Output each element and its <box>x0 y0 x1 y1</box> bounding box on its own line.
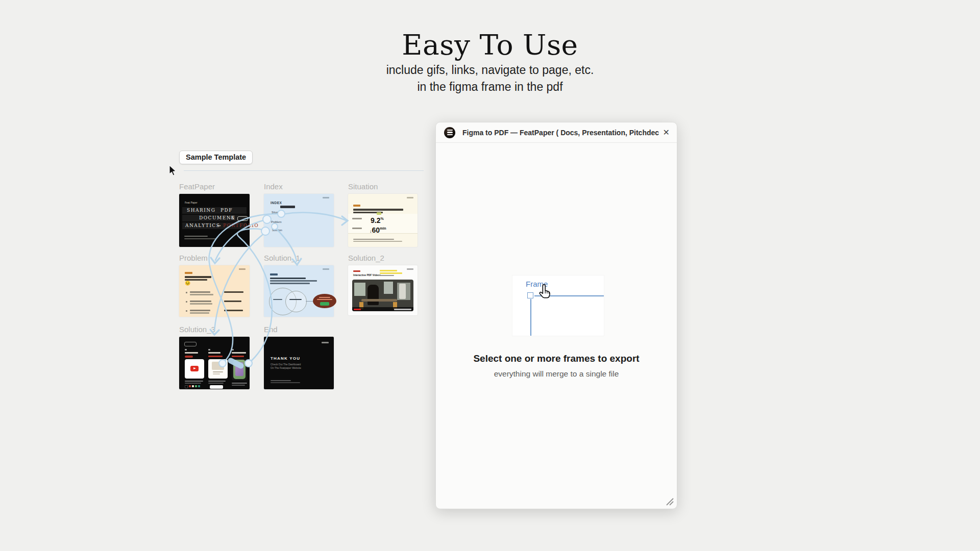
frame-corner-handle[interactable] <box>527 292 533 298</box>
mouse-cursor-arrow-icon <box>169 165 176 176</box>
frame-selection-preview: Frame <box>512 276 604 336</box>
close-icon[interactable]: ✕ <box>663 129 670 137</box>
connector-node <box>272 223 278 230</box>
plugin-dialog: Figma to PDF — FeatPaper ( Docs, Present… <box>435 122 677 509</box>
connector-node <box>278 210 285 217</box>
mouse-cursor-hand-icon <box>537 284 553 300</box>
plugin-dialog-header[interactable]: Figma to PDF — FeatPaper ( Docs, Present… <box>436 122 677 143</box>
connector-index-solution3 <box>214 232 266 331</box>
connector-node <box>261 227 270 235</box>
frame-left-edge <box>530 299 531 336</box>
connector-thick-segment <box>231 361 241 366</box>
plugin-logo-icon <box>444 127 455 138</box>
arrowhead-right-icon <box>342 216 348 225</box>
resize-handle-icon[interactable] <box>665 496 675 507</box>
connector-arc-a <box>237 229 272 363</box>
connector-index-solution1 <box>275 228 297 261</box>
connector-node <box>263 215 271 223</box>
dialog-subheading: everything will merge to a single file <box>436 369 677 379</box>
connector-index-situation <box>282 213 346 220</box>
connector-node <box>245 360 252 367</box>
dialog-heading: Select one or more frames to export <box>436 353 677 364</box>
plugin-dialog-title: Figma to PDF — FeatPaper ( Docs, Present… <box>462 129 659 137</box>
connector-node <box>219 360 226 367</box>
